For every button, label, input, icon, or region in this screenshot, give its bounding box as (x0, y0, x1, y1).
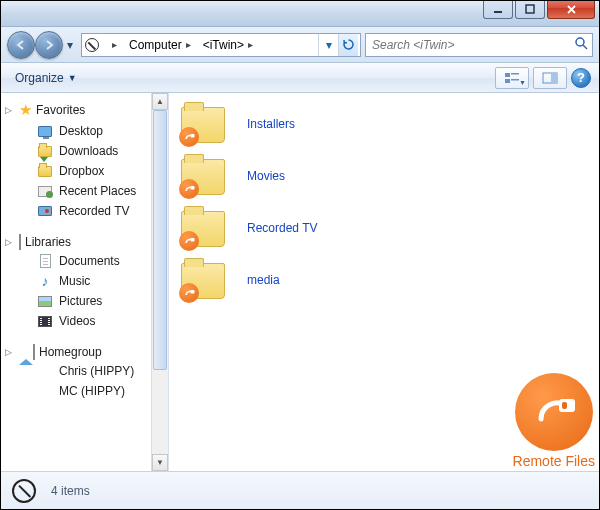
chevron-down-icon: ▼ (68, 73, 77, 83)
maximize-button[interactable] (515, 0, 545, 19)
remote-folder-icon (181, 103, 229, 145)
person-icon (37, 383, 53, 399)
breadcrumb-computer[interactable]: Computer▸ (125, 34, 195, 56)
svg-rect-5 (505, 79, 510, 83)
sidebar-item-pictures[interactable]: Pictures (1, 291, 168, 311)
sidebar-item-label: Videos (59, 313, 95, 329)
pictures-icon (37, 293, 53, 309)
sidebar-item-label: Downloads (59, 143, 118, 159)
preview-pane-button[interactable] (533, 67, 567, 89)
person-icon (37, 363, 53, 379)
sidebar-item-label: MC (HIPPY) (59, 383, 125, 399)
sidebar-item-desktop[interactable]: Desktop (1, 121, 168, 141)
sidebar-item-label: Recorded TV (59, 203, 129, 219)
sidebar-item-downloads[interactable]: Downloads (1, 141, 168, 161)
sidebar-item-recent-places[interactable]: Recent Places (1, 181, 168, 201)
search-icon[interactable] (574, 36, 588, 53)
svg-rect-6 (511, 79, 519, 81)
close-button[interactable] (547, 0, 595, 19)
scroll-down-button[interactable]: ▼ (152, 454, 168, 471)
videos-icon (37, 313, 53, 329)
tv-icon (37, 203, 53, 219)
folder-label: Recorded TV (247, 221, 317, 235)
view-options-button[interactable]: ▼ (495, 67, 529, 89)
svg-rect-3 (505, 73, 510, 77)
sidebar-group-libraries[interactable]: ▷ Libraries (1, 233, 168, 251)
sidebar-group-favorites[interactable]: ▷ ★ Favorites (1, 99, 168, 121)
sidebar-scrollbar[interactable]: ▲ ▼ (151, 93, 168, 471)
address-dropdown-button[interactable]: ▾ (318, 34, 338, 56)
navigation-row: ▾ ▸ Computer▸ <iTwin>▸ ▾ (1, 27, 599, 63)
location-icon (84, 37, 100, 53)
sidebar-item-label: Recent Places (59, 183, 136, 199)
sidebar-item-music[interactable]: ♪ Music (1, 271, 168, 291)
remote-files-label: Remote Files (513, 453, 595, 469)
folder-label: media (247, 273, 280, 287)
collapse-icon[interactable]: ▷ (5, 105, 12, 115)
remote-folder-icon (181, 259, 229, 301)
remote-folder-icon (181, 207, 229, 249)
remote-files-badge: Remote Files (513, 373, 595, 469)
help-button[interactable]: ? (571, 68, 591, 88)
back-button[interactable] (7, 31, 35, 59)
svg-rect-8 (551, 73, 557, 83)
sidebar-item-label: Desktop (59, 123, 103, 139)
scroll-thumb[interactable] (153, 110, 167, 370)
sidebar-group-homegroup[interactable]: ▷ Homegroup (1, 343, 168, 361)
breadcrumb-current[interactable]: <iTwin>▸ (199, 34, 257, 56)
sidebar-group-label: Favorites (36, 103, 85, 117)
folder-item[interactable]: Movies (181, 155, 587, 197)
sidebar-item-label: Chris (HIPPY) (59, 363, 134, 379)
svg-rect-12 (191, 290, 195, 294)
search-box[interactable] (365, 33, 593, 57)
remote-files-icon (515, 373, 593, 451)
libraries-icon (19, 235, 21, 249)
downloads-icon (37, 143, 53, 159)
sidebar-item-recorded-tv[interactable]: Recorded TV (1, 201, 168, 221)
collapse-icon[interactable]: ▷ (5, 347, 12, 357)
folder-label: Movies (247, 169, 285, 183)
folder-item[interactable]: media (181, 259, 587, 301)
folder-item[interactable]: Recorded TV (181, 207, 587, 249)
folder-icon (37, 163, 53, 179)
organize-menu-button[interactable]: Organize ▼ (9, 69, 83, 87)
forward-button[interactable] (35, 31, 63, 59)
navigation-sidebar: ▷ ★ Favorites Desktop Downloads Dropbox … (1, 93, 169, 471)
search-input[interactable] (370, 37, 574, 53)
star-icon: ★ (19, 101, 32, 119)
window-titlebar (1, 1, 599, 27)
organize-label: Organize (15, 71, 64, 85)
recent-places-icon (37, 183, 53, 199)
homegroup-icon (19, 345, 35, 359)
scroll-up-button[interactable]: ▲ (152, 93, 168, 110)
folder-label: Installers (247, 117, 295, 131)
sidebar-item-label: Documents (59, 253, 120, 269)
desktop-icon (37, 123, 53, 139)
nav-history-dropdown[interactable]: ▾ (63, 31, 77, 59)
address-bar[interactable]: ▸ Computer▸ <iTwin>▸ ▾ (81, 33, 361, 57)
folder-item[interactable]: Installers (181, 103, 587, 145)
sidebar-item-user-mc[interactable]: MC (HIPPY) (1, 381, 168, 401)
music-icon: ♪ (37, 273, 53, 289)
sidebar-item-videos[interactable]: Videos (1, 311, 168, 331)
sidebar-item-dropbox[interactable]: Dropbox (1, 161, 168, 181)
breadcrumb-separator[interactable]: ▸ (104, 34, 121, 56)
svg-rect-10 (191, 186, 195, 190)
sidebar-group-label: Libraries (25, 235, 71, 249)
file-list-pane[interactable]: Installers Movies Recorded TV media (169, 93, 599, 471)
breadcrumb-label: Computer (129, 38, 182, 52)
svg-point-2 (576, 38, 584, 46)
sidebar-item-documents[interactable]: Documents (1, 251, 168, 271)
svg-rect-0 (494, 11, 502, 13)
sidebar-item-label: Pictures (59, 293, 102, 309)
remote-folder-icon (181, 155, 229, 197)
collapse-icon[interactable]: ▷ (5, 237, 12, 247)
status-bar: 4 items (1, 471, 599, 509)
svg-rect-14 (562, 402, 567, 409)
svg-rect-11 (191, 238, 195, 242)
location-status-icon (9, 476, 39, 506)
minimize-button[interactable] (483, 0, 513, 19)
command-toolbar: Organize ▼ ▼ ? (1, 63, 599, 93)
document-icon (37, 253, 53, 269)
refresh-button[interactable] (338, 34, 358, 56)
